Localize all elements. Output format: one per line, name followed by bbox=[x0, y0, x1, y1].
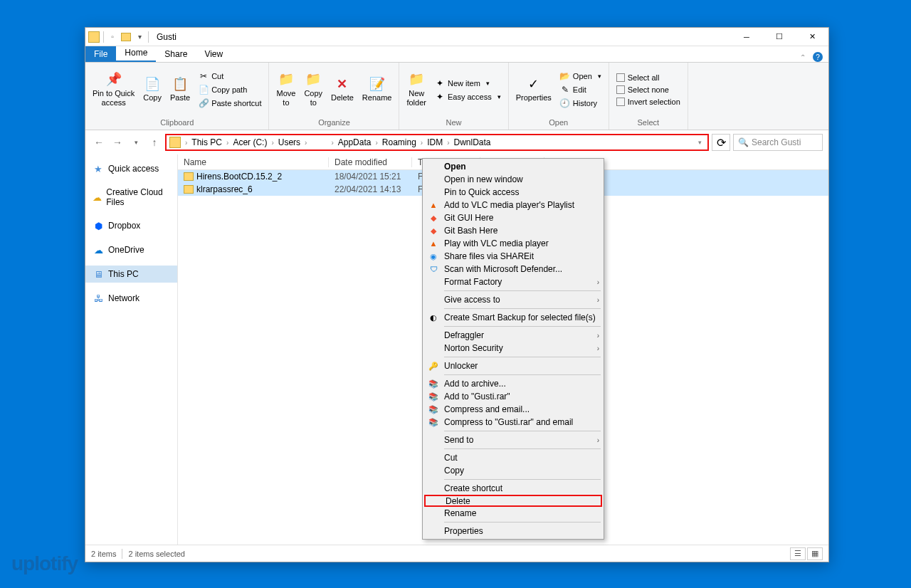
chevron-icon[interactable]: › bbox=[330, 139, 335, 147]
dropdown-icon[interactable]: ▾ bbox=[135, 32, 144, 42]
chevron-icon[interactable]: › bbox=[303, 139, 308, 147]
column-name[interactable]: Name bbox=[178, 157, 329, 167]
address-bar[interactable]: › This PC› Acer (C:)› Users› › AppData› … bbox=[165, 134, 709, 151]
breadcrumb-item[interactable]: AppData bbox=[335, 137, 374, 147]
copy-path-button[interactable]: 📄Copy path bbox=[194, 83, 265, 96]
search-input[interactable]: 🔍 Search Gusti bbox=[733, 134, 823, 151]
invert-selection-button[interactable]: Invert selection bbox=[612, 96, 685, 107]
move-to-button[interactable]: 📁 Move to bbox=[272, 70, 300, 109]
edit-button[interactable]: ✎Edit bbox=[556, 83, 606, 96]
ctx-compress-email[interactable]: 📚Compress and email... bbox=[424, 403, 602, 416]
new-folder-button[interactable]: 📁 New folder bbox=[402, 70, 431, 109]
chevron-icon[interactable]: › bbox=[419, 139, 424, 147]
breadcrumb-item[interactable]: IDM bbox=[424, 137, 446, 147]
ctx-rename[interactable]: Rename bbox=[424, 507, 602, 520]
up-button[interactable]: ↑ bbox=[147, 135, 162, 150]
winrar-icon: 📚 bbox=[427, 391, 440, 402]
select-all-button[interactable]: Select all bbox=[612, 72, 685, 83]
dropdown-icon[interactable]: ▾ bbox=[698, 139, 702, 146]
refresh-button[interactable]: ⟳ bbox=[712, 134, 730, 151]
sidebar-item-dropbox[interactable]: ⬢Dropbox bbox=[85, 217, 177, 234]
breadcrumb-item[interactable]: This PC bbox=[189, 137, 225, 147]
sidebar-item-this-pc[interactable]: 🖥This PC bbox=[85, 266, 177, 283]
ctx-defender[interactable]: 🛡Scan with Microsoft Defender... bbox=[424, 263, 602, 275]
copy-button[interactable]: 📄 Copy bbox=[139, 75, 166, 104]
pin-icon: 📌 bbox=[106, 72, 122, 88]
breadcrumb-item[interactable]: Acer (C:) bbox=[230, 137, 270, 147]
ctx-smart-backup[interactable]: ◐Create Smart Backup for selected file(s… bbox=[424, 311, 602, 324]
ctx-pin-quick[interactable]: Pin to Quick access bbox=[424, 186, 602, 199]
ctx-vlc-playlist[interactable]: ▲Add to VLC media player's Playlist bbox=[424, 199, 602, 211]
help-icon[interactable]: ? bbox=[813, 52, 823, 62]
paste-button[interactable]: 📋 Paste bbox=[166, 75, 194, 104]
ctx-copy[interactable]: Copy bbox=[424, 464, 602, 477]
folder-icon bbox=[184, 185, 194, 194]
ctx-open[interactable]: Open bbox=[424, 160, 602, 173]
tab-share[interactable]: Share bbox=[156, 46, 196, 62]
maximize-button[interactable]: ☐ bbox=[763, 28, 796, 46]
paste-shortcut-button[interactable]: 🔗Paste shortcut bbox=[194, 97, 265, 110]
vlc-icon: ▲ bbox=[427, 199, 440, 211]
recent-button[interactable]: ▾ bbox=[128, 135, 144, 150]
pin-quick-access-button[interactable]: 📌 Pin to Quick access bbox=[88, 70, 139, 109]
column-date[interactable]: Date modified bbox=[329, 157, 412, 167]
ctx-cut[interactable]: Cut bbox=[424, 451, 602, 464]
tab-home[interactable]: Home bbox=[116, 45, 156, 62]
ctx-compress-gusti-email[interactable]: 📚Compress to "Gusti.rar" and email bbox=[424, 416, 602, 429]
sidebar-item-network[interactable]: 🖧Network bbox=[85, 290, 177, 307]
tab-view[interactable]: View bbox=[196, 46, 231, 62]
breadcrumb-item[interactable]: DwnlData bbox=[451, 137, 494, 147]
folder-icon bbox=[184, 172, 194, 181]
status-selected: 2 items selected bbox=[128, 550, 184, 558]
cut-button[interactable]: ✂Cut bbox=[194, 70, 265, 83]
ctx-add-gusti-rar[interactable]: 📚Add to "Gusti.rar" bbox=[424, 390, 602, 403]
delete-button[interactable]: ✕ Delete bbox=[327, 75, 358, 104]
ctx-add-archive[interactable]: 📚Add to archive... bbox=[424, 377, 602, 390]
ctx-norton[interactable]: Norton Security› bbox=[424, 342, 602, 355]
chevron-icon[interactable]: › bbox=[374, 139, 379, 147]
ctx-create-shortcut[interactable]: Create shortcut bbox=[424, 482, 602, 495]
icons-view-button[interactable]: ▦ bbox=[807, 547, 823, 560]
sidebar-item-creative-cloud[interactable]: ☁Creative Cloud Files bbox=[85, 184, 177, 210]
chevron-icon[interactable]: › bbox=[225, 139, 230, 147]
chevron-icon[interactable]: › bbox=[446, 139, 451, 147]
ctx-git-gui[interactable]: ◆Git GUI Here bbox=[424, 211, 602, 224]
collapse-ribbon-icon[interactable]: ⌃ bbox=[800, 53, 806, 61]
copy-to-button[interactable]: 📁 Copy to bbox=[300, 70, 327, 109]
breadcrumb-item[interactable]: Roaming bbox=[379, 137, 419, 147]
ctx-vlc-play[interactable]: ▲Play with VLC media player bbox=[424, 237, 602, 250]
close-button[interactable]: ✕ bbox=[796, 28, 828, 46]
ctx-delete[interactable]: Delete bbox=[424, 495, 602, 507]
properties-icon[interactable]: ▫ bbox=[107, 32, 117, 42]
chevron-icon[interactable]: › bbox=[184, 139, 189, 147]
ctx-format-factory[interactable]: Format Factory› bbox=[424, 275, 602, 288]
ctx-defraggler[interactable]: Defraggler› bbox=[424, 329, 602, 342]
tab-file[interactable]: File bbox=[85, 46, 116, 62]
new-item-button[interactable]: ✦New item▾ bbox=[431, 77, 505, 90]
breadcrumb-item[interactable]: Users bbox=[275, 137, 303, 147]
easy-access-button[interactable]: ✦Easy access▾ bbox=[431, 90, 505, 103]
ctx-unlocker[interactable]: 🔑Unlocker bbox=[424, 359, 602, 372]
sidebar-item-quick-access[interactable]: ★Quick access bbox=[85, 160, 177, 177]
star-icon: ★ bbox=[93, 163, 104, 174]
details-view-button[interactable]: ☰ bbox=[790, 547, 806, 560]
rename-button[interactable]: 📝 Rename bbox=[358, 75, 396, 104]
open-folder-icon[interactable] bbox=[121, 33, 131, 41]
history-button[interactable]: 🕘History bbox=[556, 97, 606, 110]
ctx-open-new-window[interactable]: Open in new window bbox=[424, 173, 602, 186]
chevron-icon[interactable]: › bbox=[270, 139, 275, 147]
dropbox-icon: ⬢ bbox=[93, 220, 104, 231]
open-button[interactable]: 📂Open▾ bbox=[556, 70, 606, 83]
ctx-give-access[interactable]: Give access to› bbox=[424, 293, 602, 306]
quick-access-toolbar: ▫ ▾ Gusti bbox=[85, 31, 179, 43]
ctx-send-to[interactable]: Send to› bbox=[424, 434, 602, 446]
forward-button[interactable]: → bbox=[110, 135, 125, 150]
ctx-git-bash[interactable]: ◆Git Bash Here bbox=[424, 224, 602, 237]
back-button[interactable]: ← bbox=[91, 135, 107, 150]
properties-button[interactable]: ✓ Properties bbox=[512, 75, 556, 104]
minimize-button[interactable]: ─ bbox=[730, 28, 763, 46]
sidebar-item-onedrive[interactable]: ☁OneDrive bbox=[85, 241, 177, 258]
ctx-shareit[interactable]: ◉Share files via SHAREit bbox=[424, 250, 602, 263]
select-none-button[interactable]: Select none bbox=[612, 84, 685, 95]
ctx-properties[interactable]: Properties bbox=[424, 525, 602, 537]
